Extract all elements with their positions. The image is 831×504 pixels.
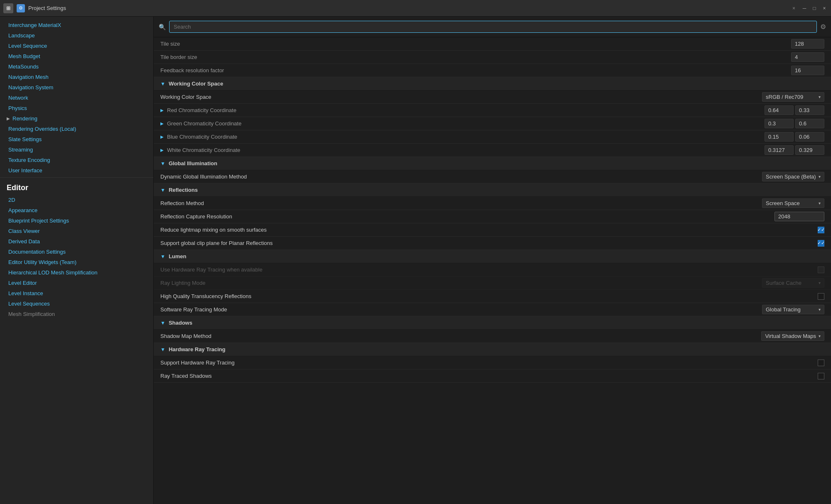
sidebar-item-blueprint-project-settings[interactable]: Blueprint Project Settings bbox=[0, 215, 153, 226]
sidebar-item-rendering[interactable]: ▶ Rendering bbox=[0, 113, 153, 124]
shadow-map-method-row: Shadow Map Method Virtual Shadow Maps ▾ bbox=[154, 330, 831, 343]
sidebar-item-editor-utility-widgets[interactable]: Editor Utility Widgets (Team) bbox=[0, 257, 153, 267]
white-chromaticity-row: ▶ White Chromaticity Coordinate 0.3127 0… bbox=[154, 144, 831, 157]
sidebar-item-streaming[interactable]: Streaming bbox=[0, 144, 153, 155]
sidebar-divider bbox=[0, 177, 153, 178]
sidebar-item-slate-settings[interactable]: Slate Settings bbox=[0, 134, 153, 144]
tile-border-size-label: Tile border size bbox=[160, 54, 791, 60]
software-ray-tracing-dropdown[interactable]: Global Tracing ▾ bbox=[762, 305, 824, 314]
shadow-map-method-dropdown[interactable]: Virtual Shadow Maps ▾ bbox=[761, 331, 824, 341]
close-button[interactable]: × bbox=[821, 5, 828, 12]
use-hardware-ray-tracing-row: Use Hardware Ray Tracing when available bbox=[154, 263, 831, 276]
sidebar-item-navigation-mesh[interactable]: Navigation Mesh bbox=[0, 72, 153, 82]
working-color-space-row: Working Color Space sRGB / Rec709 ▾ bbox=[154, 91, 831, 104]
sidebar-item-landscape[interactable]: Landscape bbox=[0, 30, 153, 41]
white-chromaticity-arrow: ▶ bbox=[160, 148, 164, 152]
hardware-ray-tracing-section[interactable]: ▼ Hardware Ray Tracing bbox=[154, 343, 831, 356]
support-hardware-ray-tracing-checkbox[interactable] bbox=[818, 360, 824, 366]
blue-chromaticity-v2[interactable]: 0.06 bbox=[795, 132, 824, 142]
sidebar-item-rendering-overrides[interactable]: Rendering Overrides (Local) bbox=[0, 124, 153, 134]
close-tab-button[interactable]: × bbox=[790, 5, 798, 12]
use-hardware-ray-tracing-label: Use Hardware Ray Tracing when available bbox=[160, 267, 818, 273]
blue-chromaticity-row: ▶ Blue Chromaticity Coordinate 0.15 0.06 bbox=[154, 130, 831, 144]
search-icon: 🔍 bbox=[159, 24, 166, 30]
sidebar-item-appearance[interactable]: Appearance bbox=[0, 205, 153, 215]
tab-icon: ⚙ bbox=[17, 4, 25, 12]
blue-chromaticity-label: Blue Chromaticity Coordinate bbox=[167, 134, 765, 140]
sidebar-item-level-sequence[interactable]: Level Sequence bbox=[0, 41, 153, 51]
feedback-resolution-value[interactable]: 16 bbox=[791, 66, 824, 75]
hardware-ray-tracing-arrow: ▼ bbox=[160, 347, 165, 352]
sidebar-item-hierarchical-lod[interactable]: Hierarchical LOD Mesh Simplification bbox=[0, 267, 153, 278]
sidebar-item-physics[interactable]: Physics bbox=[0, 103, 153, 113]
ray-lighting-mode-dropdown[interactable]: Surface Cache ▾ bbox=[762, 278, 824, 288]
sidebar-item-documentation-settings[interactable]: Documentation Settings bbox=[0, 247, 153, 257]
hardware-ray-tracing-title: Hardware Ray Tracing bbox=[169, 346, 226, 352]
white-chromaticity-v2[interactable]: 0.329 bbox=[795, 145, 824, 155]
reflections-section[interactable]: ▼ Reflections bbox=[154, 183, 831, 197]
high-quality-translucency-row: High Quality Translucency Reflections bbox=[154, 290, 831, 303]
white-chromaticity-v1[interactable]: 0.3127 bbox=[765, 145, 794, 155]
reflection-method-dropdown[interactable]: Screen Space ▾ bbox=[762, 198, 824, 208]
sidebar-item-level-instance[interactable]: Level Instance bbox=[0, 288, 153, 298]
global-illumination-section[interactable]: ▼ Global Illumination bbox=[154, 157, 831, 170]
ray-traced-shadows-label: Ray Traced Shadows bbox=[160, 373, 818, 379]
sidebar-item-level-editor[interactable]: Level Editor bbox=[0, 278, 153, 288]
dynamic-gi-method-dropdown[interactable]: Screen Space (Beta) ▾ bbox=[762, 172, 824, 181]
shadows-section[interactable]: ▼ Shadows bbox=[154, 316, 831, 330]
green-chromaticity-values: 0.3 0.6 bbox=[765, 119, 824, 128]
lumen-title: Lumen bbox=[169, 253, 187, 259]
tile-border-size-row: Tile border size 4 bbox=[154, 51, 831, 64]
rendering-label: Rendering bbox=[12, 115, 37, 122]
rendering-expand-arrow: ▶ bbox=[7, 116, 10, 121]
software-ray-tracing-value: Global Tracing bbox=[766, 306, 816, 313]
working-color-space-section[interactable]: ▼ Working Color Space bbox=[154, 77, 831, 91]
sidebar-item-metasounds[interactable]: MetaSounds bbox=[0, 61, 153, 72]
green-chromaticity-v2[interactable]: 0.6 bbox=[795, 119, 824, 128]
high-quality-translucency-checkbox[interactable] bbox=[818, 293, 824, 300]
sidebar-item-navigation-system[interactable]: Navigation System bbox=[0, 82, 153, 93]
sidebar-item-2d[interactable]: 2D bbox=[0, 195, 153, 205]
red-chromaticity-v1[interactable]: 0.64 bbox=[765, 105, 794, 115]
green-chromaticity-arrow: ▶ bbox=[160, 121, 164, 126]
sidebar-item-interchange-materialx[interactable]: Interchange MaterialX bbox=[0, 20, 153, 30]
sidebar-item-network[interactable]: Network bbox=[0, 93, 153, 103]
sidebar-item-class-viewer[interactable]: Class Viewer bbox=[0, 226, 153, 236]
tile-border-size-value[interactable]: 4 bbox=[791, 52, 824, 62]
sidebar-item-level-sequences[interactable]: Level Sequences bbox=[0, 298, 153, 309]
minimize-button[interactable]: ─ bbox=[801, 5, 808, 12]
reflection-method-arrow: ▾ bbox=[819, 201, 821, 206]
lumen-section[interactable]: ▼ Lumen bbox=[154, 250, 831, 263]
global-illumination-title: Global Illumination bbox=[169, 160, 217, 166]
software-ray-tracing-label: Software Ray Tracing Mode bbox=[160, 306, 762, 313]
green-chromaticity-v1[interactable]: 0.3 bbox=[765, 119, 794, 128]
sidebar-item-mesh-simplification[interactable]: Mesh Simplification bbox=[0, 309, 153, 319]
sidebar-item-mesh-budget[interactable]: Mesh Budget bbox=[0, 51, 153, 61]
working-color-space-dropdown[interactable]: sRGB / Rec709 ▾ bbox=[762, 92, 824, 102]
feedback-resolution-row: Feedback resolution factor 16 bbox=[154, 64, 831, 77]
reflection-capture-resolution-input[interactable]: 2048 bbox=[774, 212, 824, 221]
reduce-lightmap-checkbox[interactable]: ✓ bbox=[818, 227, 824, 233]
tile-size-value[interactable]: 128 bbox=[791, 39, 824, 49]
tile-size-row: Tile size 128 bbox=[154, 37, 831, 51]
dynamic-gi-method-label: Dynamic Global Illumination Method bbox=[160, 174, 762, 180]
global-illumination-arrow: ▼ bbox=[160, 161, 165, 166]
use-hardware-ray-tracing-checkbox[interactable] bbox=[818, 267, 824, 273]
software-ray-tracing-arrow: ▾ bbox=[819, 307, 821, 312]
maximize-button[interactable]: □ bbox=[811, 5, 818, 12]
shadow-map-method-arrow: ▾ bbox=[819, 334, 821, 338]
shadows-title: Shadows bbox=[169, 320, 192, 326]
blue-chromaticity-v1[interactable]: 0.15 bbox=[765, 132, 794, 142]
red-chromaticity-arrow: ▶ bbox=[160, 108, 164, 113]
search-settings-icon[interactable]: ⚙ bbox=[820, 23, 826, 31]
tile-size-label: Tile size bbox=[160, 41, 791, 47]
search-bar: 🔍 ⚙ bbox=[154, 17, 831, 37]
ray-traced-shadows-checkbox[interactable] bbox=[818, 373, 824, 379]
sidebar-item-derived-data[interactable]: Derived Data bbox=[0, 236, 153, 247]
content-area: 🔍 ⚙ Tile size 128 Tile border size 4 Fee… bbox=[154, 17, 831, 504]
sidebar-item-texture-encoding[interactable]: Texture Encoding bbox=[0, 155, 153, 165]
search-input[interactable] bbox=[169, 21, 817, 33]
support-global-clip-checkbox[interactable]: ✓ bbox=[818, 240, 824, 247]
red-chromaticity-v2[interactable]: 0.33 bbox=[795, 105, 824, 115]
sidebar-item-user-interface[interactable]: User Interface bbox=[0, 165, 153, 176]
